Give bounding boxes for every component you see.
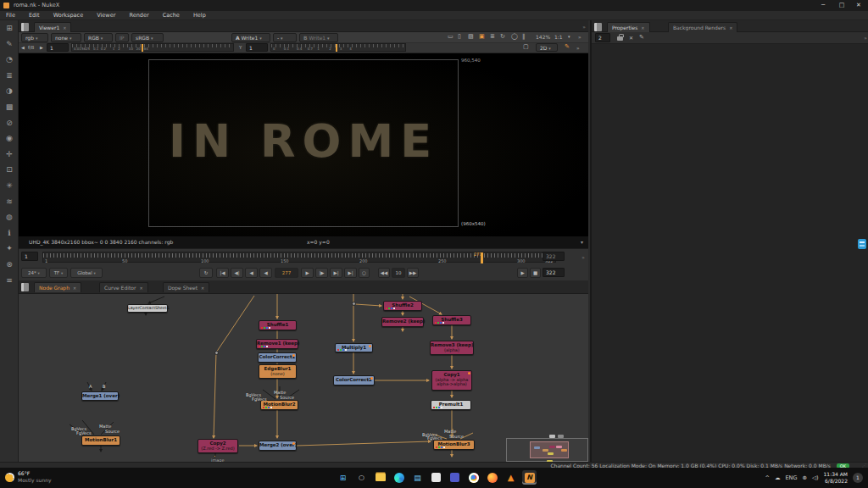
view-mode-dropdown[interactable]: 2D ▾	[536, 43, 558, 52]
mini-node[interactable]	[549, 435, 555, 438]
lock-bin-icon[interactable]	[617, 36, 623, 41]
node-shuffle1[interactable]: Shuffle1	[259, 320, 297, 330]
tab-node-graph[interactable]: Node Graph✕	[34, 282, 81, 292]
mini-node[interactable]	[556, 446, 562, 448]
step-back-button[interactable]: ◀	[259, 268, 272, 278]
node-colorcorrect2[interactable]: ColorCorrect2	[333, 375, 375, 385]
flipbook-stop-icon[interactable]: ■	[530, 268, 541, 278]
tab-close-icon[interactable]: ✕	[63, 25, 66, 30]
node-copy2[interactable]: Copy2 (Z.red -> Z.red)	[198, 439, 238, 453]
node-layercontactsheet1[interactable]: LayerContactSheet1	[127, 304, 168, 313]
fps-dropdown[interactable]: 24* ▾	[21, 268, 47, 278]
menu-edit[interactable]: Edit	[23, 11, 46, 20]
b-input-dropdown[interactable]: B Write1 ▾	[299, 33, 338, 42]
onedrive-cloud-icon[interactable]: ☁	[775, 474, 781, 481]
a-input-dropdown[interactable]: A Write1 ▾	[231, 33, 270, 42]
edge-icon[interactable]	[392, 470, 406, 485]
row-collapse-icon[interactable]: »	[576, 43, 580, 53]
teams-icon[interactable]	[448, 470, 462, 485]
range-start-input[interactable]: 1	[21, 252, 38, 261]
node-premult1[interactable]: Premult1	[431, 400, 471, 410]
dot-node[interactable]	[352, 302, 356, 306]
node-merge2[interactable]: Merge2 (over)	[259, 441, 297, 451]
maximize-button[interactable]: □	[834, 0, 849, 11]
node-merge1[interactable]: Merge1 (over)	[81, 391, 119, 401]
tray-chevron-icon[interactable]: ^	[765, 474, 770, 481]
clear-bin-icon[interactable]: ✕	[629, 33, 633, 42]
nuke-taskbar-icon[interactable]: N	[522, 470, 537, 485]
range-end-input[interactable]: 322	[542, 252, 565, 261]
node-remove1[interactable]: Remove1 (keep)	[256, 339, 298, 349]
clock[interactable]: 11:34 AM 6/8/2022	[824, 471, 848, 485]
region-icon[interactable]: ◯	[511, 32, 518, 42]
prev-keyframe-button[interactable]: ◀|	[231, 268, 243, 278]
input-process-button[interactable]: IP	[115, 33, 129, 42]
chrome-icon[interactable]	[466, 470, 481, 485]
toolbar-channel-icon[interactable]: ≣	[0, 68, 19, 84]
pane-collapse-icon[interactable]: »	[582, 24, 586, 30]
pane-menu-icon[interactable]	[594, 23, 602, 31]
toolbar-other-icon[interactable]: ⊗	[0, 257, 19, 273]
pane-menu-icon[interactable]	[21, 23, 29, 31]
range-end-input-2[interactable]: 322	[542, 268, 565, 277]
tab-close-icon[interactable]: ✕	[641, 25, 644, 30]
roi-icon[interactable]: ▢	[523, 42, 529, 52]
minimize-button[interactable]: ─	[815, 0, 831, 11]
stack-icon[interactable]: ≣	[490, 32, 495, 42]
gamma-value-input[interactable]: 1	[246, 43, 268, 52]
photos-icon[interactable]	[429, 470, 443, 485]
toolbar-filter-icon[interactable]: ▩	[0, 99, 19, 115]
menu-file[interactable]: File	[0, 11, 21, 20]
mini-node[interactable]	[534, 446, 540, 449]
node-edgeblur1[interactable]: EdgeBlur1 (none)	[259, 364, 297, 379]
zoom-caret-icon[interactable]: ▾	[568, 32, 570, 42]
node-copy1[interactable]: Copy1 (alpha -> alpha alpha->alpha)	[431, 370, 472, 391]
mini-node[interactable]	[561, 449, 567, 452]
network-icon[interactable]: ⊕	[803, 474, 807, 481]
menu-viewer[interactable]: Viewer	[91, 11, 121, 20]
node-shuffle3[interactable]: Shuffle3	[432, 315, 471, 325]
toolbar-3d-icon[interactable]: ⊡	[0, 162, 19, 178]
toolbar-metadata-icon[interactable]: ℹ	[0, 225, 19, 241]
frame-increment-button[interactable]: ▶▶	[407, 268, 419, 278]
dot-node[interactable]	[214, 351, 219, 355]
viewer-collapse-icon[interactable]: »	[578, 32, 581, 42]
dag-canvas[interactable]: LayerContactSheet1 Shuffle1 Remove1 (kee…	[19, 294, 588, 462]
node-colorcorrect1[interactable]: ColorCorrect1	[258, 352, 297, 363]
node-motionblur1[interactable]: MotionBlur1	[81, 435, 120, 446]
node-remove2[interactable]: Remove2 (keep)	[381, 317, 424, 327]
notification-bell-icon[interactable]: 1	[853, 473, 863, 483]
mask-icon[interactable]: ▯	[458, 32, 461, 42]
tab-background-renders[interactable]: Background Renders✕	[668, 22, 737, 32]
gain-slider-handle[interactable]	[142, 44, 143, 52]
range-loop-button[interactable]: ○	[359, 268, 370, 278]
zoom-level[interactable]: 142%	[536, 32, 550, 42]
toolbar-toolsets-icon[interactable]: ✦	[0, 241, 19, 257]
mini-node[interactable]	[558, 435, 564, 438]
gain-value-input[interactable]: 1	[47, 43, 69, 52]
menu-workspace[interactable]: Workspace	[47, 11, 90, 20]
tab-curve-editor[interactable]: Curve Editor✕	[99, 282, 148, 292]
goto-start-button[interactable]: |◀	[216, 268, 229, 278]
close-button[interactable]: ✕	[851, 0, 866, 11]
monitor-out-icon[interactable]: ▣	[479, 32, 485, 42]
start-button[interactable]: ⊞	[336, 470, 350, 485]
toolbar-keyer-icon[interactable]: ⊘	[0, 115, 19, 131]
file-explorer-icon[interactable]	[373, 470, 387, 485]
tab-close-icon[interactable]: ✕	[139, 286, 142, 291]
menu-render[interactable]: Render	[123, 11, 154, 20]
mini-node[interactable]	[542, 449, 548, 452]
bin-count-input[interactable]: 2	[595, 33, 610, 42]
gain-prev-icon[interactable]: ◀	[21, 43, 25, 53]
pixel-aspect[interactable]: 1:1	[554, 32, 563, 42]
play-backward-button[interactable]: ◀	[245, 268, 258, 278]
menu-cache[interactable]: Cache	[157, 11, 186, 20]
store-icon[interactable]: ▤	[410, 470, 425, 485]
colorspace-dropdown[interactable]: sRGB ▾	[131, 33, 164, 42]
toolbar-draw-icon[interactable]: ✎	[0, 36, 19, 53]
toolbar-merge-icon[interactable]: ◉	[0, 130, 19, 147]
search-icon[interactable]: ○	[354, 470, 369, 485]
flipbook-play-icon[interactable]: ▶	[517, 268, 528, 278]
firefox-icon[interactable]	[485, 470, 499, 485]
tab-close-icon[interactable]: ✕	[73, 286, 76, 291]
